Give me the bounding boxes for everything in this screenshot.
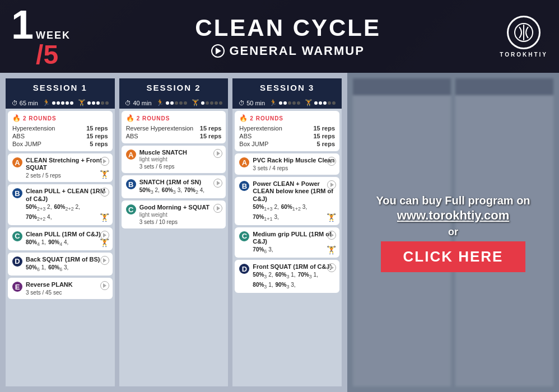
block-letter: D xyxy=(239,264,249,274)
intensity-set: 70%2 4, xyxy=(184,187,204,195)
block-title: SNATCH (1RM of SN) xyxy=(139,179,222,186)
sessions-container: SESSION 1 ⏱ 65 min 🏃 🏋 🔥 2 ROUNDS Hypere… xyxy=(0,73,559,392)
card-row: E Reverse PLANK3 sets / 45 sec xyxy=(12,281,108,296)
exercise-reps: 15 reps xyxy=(86,125,108,132)
play-icon xyxy=(330,233,334,237)
warmup-card-1: 🔥 2 ROUNDS Hyperextension 15 reps ABS 15… xyxy=(8,111,113,151)
intensity-set: 60%1+2 3, xyxy=(281,204,307,212)
dot xyxy=(179,101,183,105)
card-row: C Medium grip PULL (1RM of C&J)70%6 3, xyxy=(239,231,335,254)
week-badge: 1 week /5 xyxy=(11,4,71,68)
exercise-card-1-2: B Clean PULL + CLEAN (1RM of C&J)50%2+3 … xyxy=(8,184,113,225)
play-button[interactable] xyxy=(327,231,336,240)
block-title: PVC Rack Hip Muscle Clean xyxy=(253,157,335,164)
session-meta-1: ⏱ 65 min 🏃 🏋 xyxy=(6,97,115,109)
card-row: C Clean PULL (1RM of C&J)80%4 1, 90%4 4, xyxy=(12,231,108,247)
card-row: D Back SQUAT (1RM of BS)50%6 1, 60%6 3, xyxy=(12,256,108,272)
dot xyxy=(219,101,222,105)
play-icon xyxy=(103,159,106,164)
dots1-row xyxy=(279,101,300,105)
dot xyxy=(66,101,69,105)
exercise-reps: 15 reps xyxy=(200,125,222,132)
fitness-icon: 🏃 xyxy=(156,99,164,106)
card-row: A Muscle SNATCHlight weight3 sets / 6 re… xyxy=(126,149,222,170)
card-row: C Good Morning + SQUATlight weight3 sets… xyxy=(126,204,222,225)
intensity-set: 70%6 3, xyxy=(253,246,273,254)
play-button[interactable] xyxy=(100,157,109,166)
card-content: Medium grip PULL (1RM of C&J)70%6 3, xyxy=(253,231,335,254)
card-content: Back SQUAT (1RM of BS)50%6 1, 60%6 3, xyxy=(26,256,108,272)
block-title: Muscle SNATCH xyxy=(139,149,222,156)
intensity-set: 50%6 1, xyxy=(26,264,46,272)
block-letter: B xyxy=(126,179,136,189)
dot xyxy=(206,101,209,105)
dot xyxy=(92,101,95,105)
play-button[interactable] xyxy=(327,157,336,166)
week-fraction: /5 xyxy=(36,41,71,68)
block-letter: A xyxy=(126,150,136,160)
exercise-card-1-3: C Clean PULL (1RM of C&J)80%4 1, 90%4 4,… xyxy=(8,227,113,250)
rounds-label: 2 ROUNDS xyxy=(250,115,283,122)
intensity-row: 50%6 1, 60%6 3, xyxy=(26,264,108,272)
exercise-name: Box JUMP xyxy=(239,141,268,147)
dot xyxy=(279,101,282,105)
intensity-set: 90%4 4, xyxy=(48,239,68,247)
dot xyxy=(210,101,213,105)
warmup-label: GENERAL WARMUP xyxy=(229,44,365,58)
buy-link[interactable]: www.torokhtiy.com xyxy=(397,208,509,223)
play-icon xyxy=(103,258,106,263)
dots1-row xyxy=(52,101,73,105)
block-letter: A xyxy=(12,157,22,167)
exercise-reps: 15 reps xyxy=(313,133,335,139)
block-title: Good Morning + SQUAT xyxy=(139,204,222,211)
dot xyxy=(283,101,287,105)
block-letter: C xyxy=(126,204,136,214)
exercise-card-3-2: B Power CLEAN + Power CLEAN below knee (… xyxy=(235,177,339,225)
card-content: Clean PULL + CLEAN (1RM of C&J)50%2+3 2,… xyxy=(26,188,108,221)
dumbbell-icon: 🏋 xyxy=(327,213,336,222)
exercise-card-2-2: B SNATCH (1RM of SN)50%3 2, 60%3 3, 70%2… xyxy=(122,175,226,198)
dot xyxy=(52,101,55,105)
dumbbell-icon: 🏋 xyxy=(327,245,336,254)
play-button[interactable] xyxy=(100,188,109,197)
block-title: Clean PULL (1RM of C&J) xyxy=(26,231,108,238)
session-col-1: SESSION 1 ⏱ 65 min 🏃 🏋 🔥 2 ROUNDS Hypere… xyxy=(6,78,115,386)
dot xyxy=(70,101,73,105)
exercise-row: Box JUMP 5 reps xyxy=(239,140,335,148)
sessions-right: You can buy Full program on www.torokhti… xyxy=(347,73,559,392)
card-row: B SNATCH (1RM of SN)50%3 2, 60%3 3, 70%2… xyxy=(126,179,222,195)
play-icon xyxy=(330,183,334,187)
exercise-name: ABS xyxy=(12,133,25,139)
intensity-row: 50%3 2, 60%3 3, 70%2 4, xyxy=(139,187,222,195)
dumbbell-icon: 🏋 xyxy=(100,238,109,247)
sets-reps: 3 sets / 45 sec xyxy=(26,290,108,296)
duration-item: ⏱ 65 min xyxy=(12,100,38,106)
dot xyxy=(288,101,291,105)
exercise-row: ABS 15 reps xyxy=(12,132,108,140)
intensity-set: 60%3 1, xyxy=(276,272,296,279)
play-button[interactable] xyxy=(100,281,109,290)
click-here-button[interactable]: CLICK HERE xyxy=(381,241,526,272)
exercise-card-3-4: D Front SQUAT (1RM of C&J)50%3 2, 60%3 1… xyxy=(235,260,339,293)
clock-icon: ⏱ xyxy=(12,100,18,106)
session-body-1: 🔥 2 ROUNDS Hyperextension 15 reps ABS 15… xyxy=(6,109,115,386)
dot xyxy=(314,101,318,105)
dots2-row xyxy=(314,101,336,105)
intensity-set: 50%2+3 2, xyxy=(26,204,52,212)
session-col-2: SESSION 2 ⏱ 40 min 🏃 🏋 🔥 2 ROUNDS Revers… xyxy=(119,78,229,386)
warmup-card-header: 🔥 2 ROUNDS xyxy=(12,114,108,122)
session-body-3: 🔥 2 ROUNDS Hyperextension 15 reps ABS 15… xyxy=(232,109,342,386)
card-content: Power CLEAN + Power CLEAN below knee (1R… xyxy=(253,180,335,222)
card-row: D Front SQUAT (1RM of C&J)50%3 2, 60%3 1… xyxy=(239,263,335,290)
play-icon xyxy=(330,159,334,164)
play-button[interactable] xyxy=(100,256,109,265)
intensity-row: 70%6 3, xyxy=(253,246,335,254)
promo-overlay: You can buy Full program on www.torokhti… xyxy=(347,73,559,392)
intensity-set: 80%3 1, xyxy=(253,282,273,290)
weight-icon: 🏋 xyxy=(192,99,199,106)
fitness-icon: 🏃 xyxy=(269,99,277,106)
weight-icon: 🏋 xyxy=(78,99,86,106)
clock-icon: ⏱ xyxy=(239,100,245,106)
session-header-1: SESSION 1 xyxy=(6,78,115,97)
exercise-reps: 15 reps xyxy=(86,133,108,139)
